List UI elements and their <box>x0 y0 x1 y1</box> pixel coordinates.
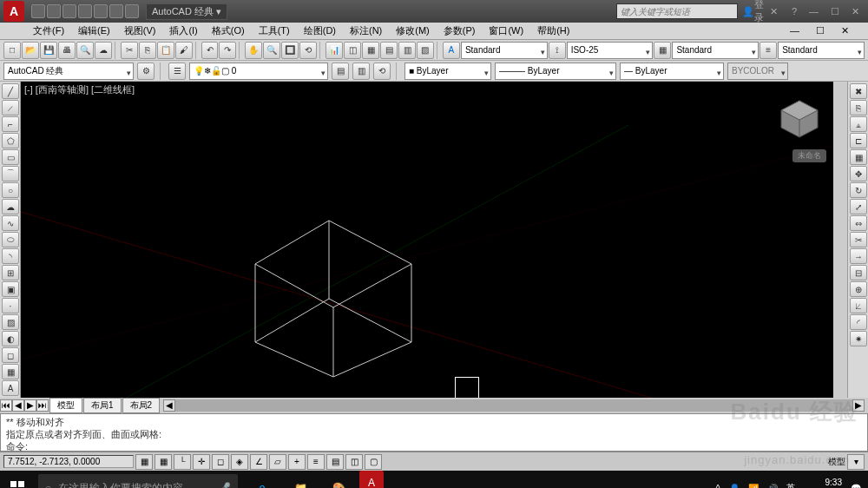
viewcube-home[interactable]: 未命名 <box>792 149 826 162</box>
tab-next-icon[interactable]: ▶ <box>24 399 36 412</box>
doc-max-icon[interactable]: ☐ <box>809 23 832 37</box>
linetype-combo[interactable]: ——— ByLayer <box>495 63 616 80</box>
extend-icon[interactable]: → <box>850 248 867 264</box>
zoom-rt-icon[interactable]: 🔍 <box>263 42 280 59</box>
polygon-icon[interactable]: ⬠ <box>2 133 19 148</box>
otrack-icon[interactable]: ∠ <box>250 454 267 470</box>
pline-icon[interactable]: ⌐ <box>2 116 19 132</box>
mic-icon[interactable]: 🎤 <box>218 482 231 488</box>
table-icon[interactable]: ▦ <box>2 364 19 379</box>
3dosnap-icon[interactable]: ◈ <box>231 454 248 470</box>
qat-undo-icon[interactable] <box>109 4 123 18</box>
tray-people-icon[interactable]: 👤 <box>729 484 740 489</box>
dcenter-icon[interactable]: ◫ <box>344 42 361 59</box>
minimize-button[interactable]: — <box>809 6 819 17</box>
scale-icon[interactable]: ⤢ <box>850 199 867 214</box>
hscroll-left-icon[interactable]: ◀ <box>163 399 175 412</box>
tab-last-icon[interactable]: ⏭ <box>36 399 49 412</box>
sheet-icon[interactable]: ▤ <box>380 42 398 59</box>
layer-states-icon[interactable]: ▤ <box>332 63 349 80</box>
menu-modify[interactable]: 修改(M) <box>389 23 437 39</box>
point-icon[interactable]: · <box>2 298 19 313</box>
help-icon[interactable]: ? <box>786 3 802 19</box>
sc-icon[interactable]: ▢ <box>365 454 382 470</box>
command-window[interactable]: ** 移动和对齐 指定原点或者对齐到面、曲面或网格: 命令: Baidu 经验 … <box>0 413 868 452</box>
explorer-icon[interactable]: 📁 <box>283 471 318 488</box>
preview-icon[interactable]: 🔍 <box>76 42 94 59</box>
menu-help[interactable]: 帮助(H) <box>530 23 576 39</box>
layer-prev-icon[interactable]: ⟲ <box>373 63 391 80</box>
dimstyle-icon[interactable]: ⟟ <box>549 42 566 59</box>
grid-icon[interactable]: ▦ <box>155 454 172 470</box>
insert-icon[interactable]: ⊞ <box>2 265 19 280</box>
qat-redo-icon[interactable] <box>125 4 139 18</box>
tray-volume-icon[interactable]: 🔊 <box>767 484 778 489</box>
properties-icon[interactable]: 📊 <box>326 42 343 59</box>
xline-icon[interactable]: ⟋ <box>2 100 19 115</box>
menu-tools[interactable]: 工具(T) <box>252 23 297 39</box>
undo-icon[interactable]: ↶ <box>201 42 219 59</box>
trim-icon[interactable]: ✂ <box>850 232 867 247</box>
region-icon[interactable]: ◻ <box>2 347 19 363</box>
ortho-icon[interactable]: └ <box>174 454 191 470</box>
ml-style-combo[interactable]: Standard <box>778 42 865 59</box>
ellipse-icon[interactable]: ⬭ <box>2 232 19 247</box>
menu-window[interactable]: 窗口(W) <box>482 23 530 39</box>
vertical-scrollbar[interactable] <box>833 82 847 398</box>
zoom-win-icon[interactable]: 🔲 <box>281 42 299 59</box>
tab-first-icon[interactable]: ⏮ <box>0 399 12 412</box>
lwt-icon[interactable]: ≡ <box>307 454 325 470</box>
tpy-icon[interactable]: ▤ <box>326 454 344 470</box>
notification-icon[interactable]: 💬 <box>851 484 861 489</box>
arc-icon[interactable]: ⌒ <box>2 166 19 181</box>
cut-icon[interactable]: ✂ <box>121 42 138 59</box>
doc-min-icon[interactable]: — <box>783 23 806 37</box>
workspace-combo[interactable]: AutoCAD 经典 <box>3 63 134 80</box>
array-icon[interactable]: ▦ <box>850 149 867 165</box>
menu-insert[interactable]: 插入(I) <box>162 23 204 39</box>
textstyle-icon[interactable]: A <box>443 42 460 59</box>
copy-icon[interactable]: ⎘ <box>139 42 156 59</box>
menu-edit[interactable]: 编辑(E) <box>71 23 117 39</box>
ellipsearc-icon[interactable]: ◝ <box>2 248 19 264</box>
menu-format[interactable]: 格式(O) <box>205 23 252 39</box>
app3-icon[interactable]: 🎨 <box>321 471 356 488</box>
gradient-icon[interactable]: ◐ <box>2 331 19 346</box>
break-icon[interactable]: ⊟ <box>850 265 867 280</box>
layer-props-icon[interactable]: ☰ <box>168 63 186 80</box>
mlstyle-icon[interactable]: ≡ <box>760 42 777 59</box>
rotate-icon[interactable]: ↻ <box>850 182 867 198</box>
block-icon[interactable]: ▣ <box>2 281 19 297</box>
open-icon[interactable]: 📂 <box>22 42 39 59</box>
join-icon[interactable]: ⊕ <box>850 281 867 297</box>
calc-icon[interactable]: ▧ <box>417 42 434 59</box>
revcloud-icon[interactable]: ☁ <box>2 199 19 214</box>
snap-icon[interactable]: ▦ <box>135 454 153 470</box>
tab-layout2[interactable]: 布局2 <box>122 398 161 413</box>
layer-iso-icon[interactable]: ▥ <box>352 63 370 80</box>
maximize-button[interactable]: ☐ <box>831 6 839 17</box>
exchange-icon[interactable]: ✕ <box>766 3 781 19</box>
explode-icon[interactable]: ✷ <box>850 331 867 346</box>
edge-icon[interactable]: e <box>245 471 279 488</box>
tab-model[interactable]: 模型 <box>49 398 82 413</box>
qat-saveas-icon[interactable] <box>78 4 92 18</box>
rect-icon[interactable]: ▭ <box>2 149 19 165</box>
ws-settings-icon[interactable]: ⚙ <box>137 63 155 80</box>
color-combo[interactable]: ■ ByLayer <box>404 63 491 80</box>
markup-icon[interactable]: ▥ <box>398 42 416 59</box>
doc-close-icon[interactable]: ✕ <box>834 23 856 37</box>
spline-icon[interactable]: ∿ <box>2 215 19 231</box>
table-style-combo[interactable]: Standard <box>672 42 759 59</box>
qat-new-icon[interactable] <box>31 4 45 18</box>
start-button[interactable] <box>0 471 35 488</box>
coords-readout[interactable]: 7.7512, -2.7123, 0.0000 <box>3 455 134 468</box>
polar-icon[interactable]: ✛ <box>193 454 210 470</box>
mirror-icon[interactable]: ⟁ <box>850 116 867 132</box>
signin-button[interactable]: 👤登录 <box>745 3 760 19</box>
layer-combo[interactable]: 💡❄🔓▢ 0 <box>189 63 328 80</box>
mtext-icon[interactable]: A <box>2 380 19 396</box>
plot-icon[interactable]: 🖶 <box>58 42 76 59</box>
new-icon[interactable]: □ <box>3 42 21 59</box>
qat-print-icon[interactable] <box>94 4 108 18</box>
